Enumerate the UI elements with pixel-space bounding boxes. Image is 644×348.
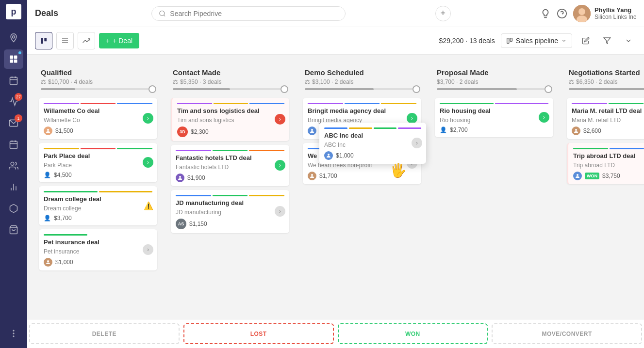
cards-proposal-made: Rio housing deal Rio housing 👤 $2,700 › <box>431 96 557 141</box>
sidebar-item-calendar[interactable] <box>4 135 23 154</box>
lightbulb-icon[interactable] <box>540 8 551 19</box>
card-willamette[interactable]: Willamette Co deal Willamette Co $1,500 … <box>39 98 157 139</box>
add-deal-button[interactable]: + + Deal <box>99 33 139 48</box>
card-amount: $1,700 <box>319 173 337 179</box>
card-avatar <box>572 127 580 135</box>
card-nav[interactable]: › <box>412 138 422 148</box>
card-company: Rio housing <box>440 117 548 124</box>
sidebar-item-store[interactable] <box>4 220 23 239</box>
card-parkplace[interactable]: Park Place deal Park Place 👤 $4,500 › <box>39 143 157 182</box>
chevron-down-icon <box>561 38 567 44</box>
card-amount: $2,600 <box>583 127 601 134</box>
svg-rect-1 <box>10 56 14 59</box>
card-fantastic-hotels[interactable]: Fantastic hotels LTD deal Fantastic hote… <box>171 145 289 186</box>
card-title: Pet insurance deal <box>44 238 152 247</box>
sidebar-item-deals[interactable] <box>4 49 23 69</box>
list-view-button[interactable] <box>56 32 74 49</box>
card-nav[interactable]: › <box>275 160 285 171</box>
card-dreamcollege[interactable]: Dream college deal Dream college 👤 $3,70… <box>39 186 157 225</box>
col-meta-demo-scheduled: ⚖ $3,100 · 2 deals <box>305 79 419 85</box>
svg-rect-2 <box>14 56 17 59</box>
drop-zone-move[interactable]: MOVE/CONVERT <box>492 323 642 344</box>
card-nav[interactable]: › <box>275 206 285 217</box>
page-title: Deals <box>35 8 58 18</box>
drop-zone-delete[interactable]: DELETE <box>29 323 180 344</box>
col-meta-proposal-made: $3,700 · 2 deals <box>437 79 551 85</box>
sidebar-item-campaigns[interactable]: 27 <box>4 92 23 111</box>
card-nav[interactable]: › <box>143 157 153 168</box>
drop-zone-move-label: MOVE/CONVERT <box>542 331 592 337</box>
drop-zone-lost[interactable]: LOST <box>183 323 334 344</box>
warning-icon: ⚠️ <box>144 201 153 210</box>
add-button[interactable]: + <box>435 6 451 21</box>
search-input[interactable] <box>170 10 338 17</box>
column-negotiations: Negotiations Started ⚖ $6,350 · 2 deals <box>563 63 644 188</box>
col-title-proposal-made: Proposal Made <box>437 68 551 77</box>
card-jd-manufacturing[interactable]: JD manufacturing deal JD manufacturing A… <box>171 190 289 233</box>
sidebar-item-location[interactable] <box>4 28 23 47</box>
help-icon[interactable] <box>557 8 567 19</box>
card-title: JD manufacturing deal <box>176 199 284 207</box>
search-bar[interactable] <box>151 6 346 21</box>
sidebar-item-contacts[interactable] <box>4 156 23 175</box>
filter-button[interactable] <box>599 33 615 48</box>
cards-negotiations: Maria M. retail LTD deal Maria M. retail… <box>563 96 644 188</box>
sidebar-item-analytics[interactable] <box>4 177 23 197</box>
card-petinsurance[interactable]: Pet insurance deal Pet insurance $1,000 … <box>39 229 157 270</box>
card-title: Park Place deal <box>44 152 152 160</box>
card-trip-abroad[interactable]: Trip abroad LTD deal Trip abroad LTD WON… <box>567 143 644 184</box>
card-title: ABC Inc deal <box>324 132 421 140</box>
sidebar-item-mail[interactable]: 1 <box>4 113 23 133</box>
topbar-right: Phyllis Yang Silicon Links Inc <box>540 5 636 22</box>
card-nav[interactable]: › <box>143 244 153 255</box>
board-view-button[interactable] <box>35 32 52 49</box>
svg-point-41 <box>311 174 313 176</box>
col-progress-qualified <box>41 88 155 90</box>
svg-point-0 <box>13 36 15 38</box>
drop-zones: DELETE LOST WON MOVE/CONVERT <box>27 319 644 348</box>
svg-rect-30 <box>44 38 47 41</box>
card-nav[interactable]: › <box>143 113 153 124</box>
column-demo-scheduled: Demo Scheduled ⚖ $3,100 · 2 deals <box>299 63 425 188</box>
topbar: Deals + Phyllis Yang Silicon Links Inc <box>27 0 644 27</box>
svg-point-14 <box>11 162 14 166</box>
pipeline-icon <box>506 37 513 44</box>
card-company: Pet insurance <box>44 248 152 255</box>
card-rio-housing[interactable]: Rio housing deal Rio housing 👤 $2,700 › <box>435 98 553 137</box>
avatar <box>573 5 591 22</box>
svg-rect-34 <box>507 38 509 44</box>
col-title-contact-made: Contact Made <box>173 68 287 77</box>
col-meta-qualified: ⚖ $10,700 · 4 deals <box>41 79 155 85</box>
sidebar-item-activities[interactable] <box>4 71 23 90</box>
card-nav[interactable]: › <box>539 112 549 123</box>
card-title: Maria M. retail LTD deal <box>572 107 644 115</box>
chevron-down-icon-toolbar <box>625 37 632 45</box>
svg-point-42 <box>328 154 330 156</box>
card-abc-inc-dragging[interactable]: ABC Inc deal ABC Inc $1,000 › <box>319 123 426 164</box>
sidebar-item-products[interactable] <box>4 199 23 218</box>
card-amount: $3,700 <box>54 215 72 221</box>
card-tim-sons[interactable]: Tim and sons logistics deal Tim and sons… <box>171 98 289 141</box>
pipeline-selector[interactable]: Sales pipeline <box>501 33 572 48</box>
more-options-button[interactable] <box>621 33 636 48</box>
card-title: Tim and sons logistics deal <box>177 107 284 115</box>
user-name: Phyllis Yang <box>594 6 636 14</box>
card-company: Tim and sons logistics <box>177 117 284 124</box>
badge-3d: 3D <box>177 127 188 137</box>
card-title: Trip abroad LTD deal <box>573 152 644 160</box>
card-avatar <box>308 172 316 180</box>
edit-pipeline-button[interactable] <box>578 33 594 48</box>
col-title-demo-scheduled: Demo Scheduled <box>305 68 419 77</box>
forecast-view-button[interactable] <box>78 32 95 49</box>
deals-stats: $29,200 · 13 deals <box>439 37 495 45</box>
toolbar: + + Deal $29,200 · 13 deals Sales pipeli… <box>27 27 644 55</box>
column-contact-made: Contact Made ⚖ $5,350 · 3 deals <box>167 63 293 237</box>
card-nav[interactable]: › <box>275 114 285 125</box>
drop-zone-won[interactable]: WON <box>338 323 488 344</box>
column-qualified: Qualified ⚖ $10,700 · 4 deals <box>35 63 161 274</box>
sidebar-item-more[interactable] <box>4 324 23 343</box>
col-progress-contact-made <box>173 88 287 90</box>
card-maria-retail[interactable]: Maria M. retail LTD deal Maria M. retail… <box>567 98 644 139</box>
svg-point-22 <box>160 11 165 16</box>
card-amount: $1,500 <box>55 127 73 134</box>
